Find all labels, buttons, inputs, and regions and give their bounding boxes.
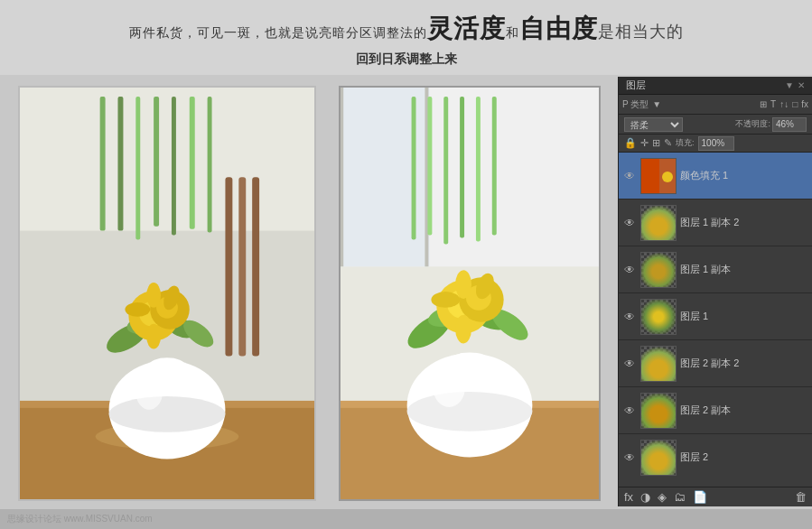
svg-rect-2 [100, 97, 106, 231]
layer-item-7[interactable]: 👁 图层 2 [619, 434, 812, 478]
panel-close-btn[interactable]: ✕ [798, 80, 805, 90]
panel-title: 图层 [626, 79, 646, 92]
layers-list: 👁 颜色填充 1 👁 [619, 153, 812, 478]
svg-rect-8 [208, 97, 212, 233]
svg-point-58 [455, 270, 471, 299]
svg-point-18 [135, 374, 163, 410]
layer-name-4: 图层 1 [680, 310, 808, 323]
layer-item-6[interactable]: 👁 图层 2 副本 [619, 387, 812, 434]
fill-input[interactable] [698, 136, 734, 151]
svg-point-47 [407, 392, 533, 432]
left-photo-svg [20, 88, 314, 499]
layer-thumb-7 [640, 440, 677, 476]
visibility-eye-5[interactable]: 👁 [622, 357, 637, 370]
svg-rect-1 [20, 88, 314, 231]
kind-label: P 类型 [622, 98, 649, 111]
layer-item-3[interactable]: 👁 图层 1 副本 [619, 246, 812, 293]
layer-group-btn[interactable]: 🗂 [672, 490, 687, 504]
visibility-eye-3[interactable]: 👁 [622, 264, 637, 276]
svg-point-17 [109, 396, 226, 432]
panel-title-bar: 图层 ▼ ✕ [619, 77, 812, 95]
svg-rect-40 [460, 97, 464, 238]
layer-thumb-2 [640, 205, 677, 241]
title-prefix: 两件私货，可见一斑，也就是说亮暗分区调整法的 [129, 25, 427, 40]
svg-point-29 [125, 302, 150, 317]
svg-rect-6 [172, 97, 176, 236]
art-icon: ✎ [664, 137, 672, 149]
top-text-area: 两件私货，可见一斑，也就是说亮暗分区调整法的灵活度和自由度是相当大的 回到日系调… [0, 0, 812, 75]
visibility-eye-1[interactable]: 👁 [622, 170, 637, 182]
left-photo [18, 86, 316, 501]
svg-rect-10 [238, 177, 246, 356]
layer-name-1: 颜色填充 1 [680, 169, 808, 182]
svg-rect-35 [341, 88, 343, 266]
right-photo-svg [341, 88, 599, 499]
title-suffix: 是相当大的 [598, 23, 684, 41]
visibility-eye-2[interactable]: 👁 [622, 217, 637, 229]
visibility-eye-4[interactable]: 👁 [622, 311, 637, 323]
opacity-label: 不透明度: [735, 118, 770, 130]
fill-label: 填充: [676, 137, 695, 149]
layer-name-2: 图层 1 副本 2 [680, 216, 808, 229]
lock-icon: 🔒 [624, 137, 637, 149]
title-connector: 和 [506, 25, 519, 40]
svg-point-46 [450, 352, 490, 368]
layer-fx-btn[interactable]: fx [622, 490, 635, 504]
fill-row: 🔒 ✛ ⊞ ✎ 填充: [619, 135, 812, 153]
svg-rect-34 [341, 88, 429, 266]
main-title: 两件私货，可见一斑，也就是说亮暗分区调整法的灵活度和自由度是相当大的 [18, 9, 794, 50]
svg-rect-4 [135, 97, 140, 240]
layer-item-1[interactable]: 👁 颜色填充 1 [619, 153, 812, 200]
svg-rect-7 [190, 97, 195, 229]
layer-item-5[interactable]: 👁 图层 2 副本 2 [619, 340, 812, 387]
layer-name-7: 图层 2 [680, 450, 808, 464]
layer-name-6: 图层 2 副本 [680, 404, 808, 417]
svg-point-63 [662, 172, 673, 182]
panel-collapse-btn[interactable]: ▼ [785, 80, 794, 90]
blend-opacity-row: 正常溶解变暗正片叠底搭柔 不透明度: [619, 115, 812, 135]
layer-delete-btn[interactable]: 🗑 [793, 490, 808, 504]
layers-bottom-icons: fx ◑ ◈ 🗂 📄 🗑 [619, 487, 812, 506]
layer-thumb-3 [640, 252, 677, 288]
layer-adjustment-btn[interactable]: ◈ [656, 490, 668, 504]
blend-mode-select[interactable]: 正常溶解变暗正片叠底搭柔 [624, 117, 683, 132]
layers-panel: 图层 ▼ ✕ P 类型 ▼ ⊞ T ↑↓ □ fx 正常溶解变暗正片叠底搭柔 不… [618, 77, 812, 506]
svg-rect-39 [443, 97, 448, 245]
svg-rect-41 [476, 97, 481, 242]
layer-mask-btn[interactable]: ◑ [639, 490, 652, 504]
move-icon: ✛ [640, 137, 649, 149]
svg-rect-3 [117, 97, 123, 231]
title-word2: 自由度 [519, 14, 598, 42]
svg-point-48 [433, 367, 465, 407]
opacity-input[interactable] [772, 117, 807, 132]
layer-name-3: 图层 1 副本 [680, 263, 808, 276]
svg-point-59 [431, 292, 460, 308]
subtitle: 回到日系调整上来 [18, 51, 794, 68]
layer-thumb-5 [640, 346, 677, 382]
crop-icon: ⊞ [652, 137, 660, 149]
svg-point-28 [146, 283, 161, 308]
svg-point-60 [455, 315, 471, 344]
title-word1: 灵活度 [427, 14, 506, 42]
layer-thumb-6 [640, 393, 677, 429]
visibility-eye-7[interactable]: 👁 [622, 451, 637, 464]
layer-new-btn[interactable]: 📄 [691, 490, 709, 504]
watermark-text: 思缘设计论坛 www.MISSVUAN.com [7, 513, 153, 525]
svg-rect-5 [154, 97, 159, 227]
svg-rect-11 [252, 177, 259, 356]
svg-rect-38 [427, 97, 432, 236]
panel-tabs-row: P 类型 ▼ ⊞ T ↑↓ □ fx [619, 95, 812, 115]
layer-item-2[interactable]: 👁 图层 1 副本 2 [619, 200, 812, 246]
layer-item-4[interactable]: 👁 图层 1 [619, 293, 812, 340]
svg-point-30 [146, 324, 161, 349]
svg-rect-9 [225, 177, 232, 356]
svg-rect-42 [492, 97, 497, 236]
svg-rect-37 [412, 97, 416, 240]
right-photo [339, 86, 601, 501]
content-area: 图层 ▼ ✕ P 类型 ▼ ⊞ T ↑↓ □ fx 正常溶解变暗正片叠底搭柔 不… [0, 77, 812, 506]
bottom-bar: 思缘设计论坛 www.MISSVUAN.com [0, 509, 812, 529]
layer-thumb-4 [640, 299, 677, 335]
opacity-control: 不透明度: [735, 117, 807, 132]
layer-thumb-1 [640, 158, 677, 194]
visibility-eye-6[interactable]: 👁 [622, 404, 637, 417]
